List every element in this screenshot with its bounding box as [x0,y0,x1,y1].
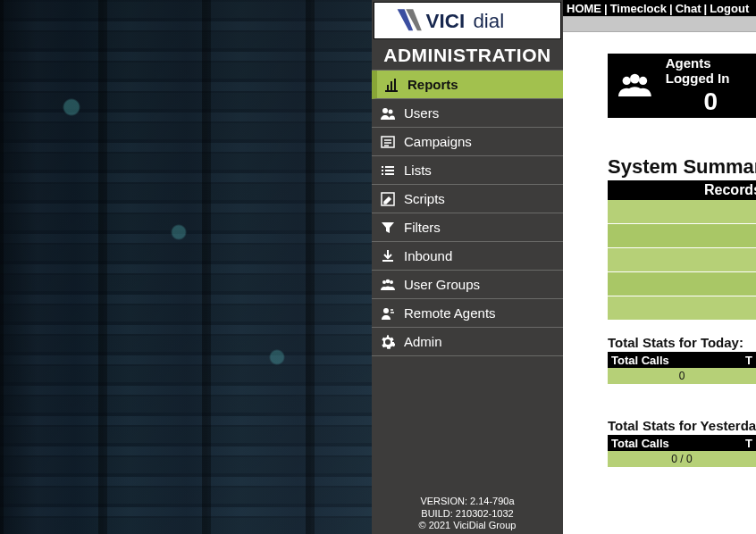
sidebar-item-users[interactable]: Users [372,99,563,128]
funnel-icon [379,219,397,237]
copyright-text: © 2021 ViciDial Group [372,520,563,532]
svg-point-7 [389,109,393,113]
sidebar-item-reports[interactable]: Reports [372,71,563,99]
top-nav-chat[interactable]: Chat [676,2,701,15]
sidebar-item-scripts[interactable]: Scripts [372,185,563,213]
sidebar-item-label: Scripts [404,191,445,206]
svg-rect-14 [382,170,383,171]
separator: | [601,2,610,15]
stats-head-left: Total Calls [611,437,669,450]
stats-today-header: Total Calls T [608,352,756,368]
top-nav-home[interactable]: HOME [567,2,601,15]
svg-rect-19 [382,260,393,262]
top-nav: HOME | Timeclock | Chat | Logout [563,0,756,16]
svg-rect-5 [394,79,396,90]
sidebar-item-label: Reports [407,77,458,92]
summary-grid-header: Records [608,180,756,200]
svg-point-20 [382,280,386,284]
svg-rect-17 [385,173,394,175]
sidebar-item-label: Users [404,105,439,121]
sidebar-item-inbound[interactable]: Inbound [372,242,563,271]
svg-rect-13 [385,166,394,168]
svg-rect-16 [382,173,383,175]
download-icon [379,247,397,265]
sidebar-item-campaigns[interactable]: Campaigns [372,128,563,156]
svg-point-22 [390,280,393,284]
agents-card-value: 0 [704,88,718,116]
svg-rect-15 [385,170,394,171]
sidebar-item-label: Inbound [404,248,452,263]
list-box-icon [379,133,397,151]
summary-grid-row [608,248,756,272]
vicidial-logo: VICI dial [374,2,561,39]
svg-point-21 [386,279,391,283]
agents-card-label: Agents Logged In [666,55,756,86]
svg-point-24 [623,77,631,85]
top-nav-timeclock[interactable]: Timeclock [610,2,667,15]
sidebar-item-admin[interactable]: Admin [372,328,563,356]
stats-head-right: T [745,437,752,450]
grey-bar [563,16,756,32]
summary-head-col: Records [704,182,756,198]
sidebar-item-remote-agents[interactable]: Remote Agents [372,299,563,328]
svg-point-23 [383,308,389,313]
stats-yesterday-value: 0 / 0 [671,453,692,465]
sidebar-footer: VERSION: 2.14-790a BUILD: 210302-1032 © … [372,496,563,534]
gear-icon [379,333,397,351]
system-summary-title: System Summary [608,155,756,179]
sidebar-item-user-groups[interactable]: User Groups [372,271,563,299]
build-text: BUILD: 210302-1032 [372,508,563,521]
summary-grid-row [608,200,756,224]
svg-rect-12 [382,166,383,168]
svg-point-6 [382,108,388,113]
sidebar-item-label: Campaigns [404,134,472,149]
stats-today-row: 0 [608,368,756,384]
vicidial-logo-svg: VICI dial [396,6,539,35]
group-icon [379,276,397,294]
sidebar-item-label: Admin [404,334,442,349]
separator: | [701,2,710,15]
remote-user-icon [379,305,397,322]
content-area: HOME | Timeclock | Chat | Logout Agents … [563,0,756,534]
sidebar-nav: Reports Users Campaigns Lists Scripts [372,70,563,356]
background-server-rack [0,0,372,534]
top-nav-logout[interactable]: Logout [710,2,749,15]
stats-head-right: T [745,354,752,367]
bar-chart-icon [382,76,400,94]
sidebar-item-lists[interactable]: Lists [372,156,563,185]
svg-rect-4 [391,81,392,90]
stats-yesterday: Total Stats for Yesterday: Total Calls T… [608,418,756,467]
pencil-square-icon [379,190,397,208]
summary-grid-row [608,272,756,296]
sidebar-item-label: User Groups [404,277,480,292]
svg-point-26 [639,77,647,85]
svg-rect-3 [387,85,389,90]
stats-today-title: Total Stats for Today: [608,335,756,350]
sidebar-item-filters[interactable]: Filters [372,213,563,242]
stats-today-value: 0 [679,370,685,382]
summary-grid-row [608,296,756,321]
svg-point-25 [630,74,640,84]
svg-rect-2 [385,90,398,92]
svg-text:dial: dial [473,10,504,32]
sidebar-item-label: Filters [404,220,441,235]
users-group-icon [618,65,651,106]
admin-title: ADMINISTRATION [372,39,563,70]
svg-text:VICI: VICI [426,10,466,32]
separator: | [667,2,676,15]
stats-yesterday-header: Total Calls T [608,435,756,451]
users-icon [379,104,397,122]
sidebar-item-label: Lists [404,163,432,178]
list-icon [379,162,397,179]
stats-yesterday-title: Total Stats for Yesterday: [608,418,756,433]
stats-yesterday-row: 0 / 0 [608,451,756,467]
summary-grid: Records [608,180,756,321]
summary-grid-row [608,224,756,248]
version-text: VERSION: 2.14-790a [372,496,563,508]
sidebar: VICI dial ADMINISTRATION Reports Users C… [372,0,563,534]
stats-today: Total Stats for Today: Total Calls T 0 [608,335,756,384]
sidebar-item-label: Remote Agents [404,305,496,321]
stats-head-left: Total Calls [611,354,669,367]
agents-logged-in-card: Agents Logged In 0 [608,54,756,118]
